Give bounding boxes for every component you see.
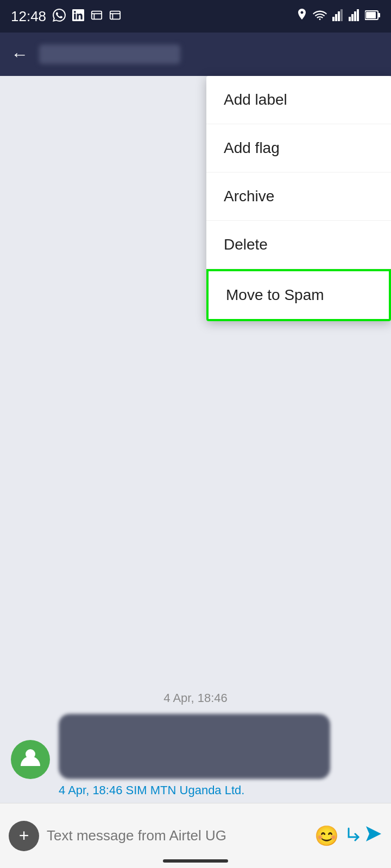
status-right-icons — [297, 9, 380, 24]
message-input[interactable] — [47, 827, 307, 844]
signal2-icon — [349, 9, 360, 24]
svg-rect-8 — [338, 11, 340, 21]
google-news-icon — [91, 9, 103, 24]
status-bar: 12:48 — [0, 0, 391, 33]
plus-icon: + — [19, 826, 29, 846]
header-title — [39, 44, 180, 64]
main-content: Add label Add flag Archive Delete Move t… — [0, 76, 391, 803]
back-button[interactable]: ← — [11, 44, 28, 65]
signal1-icon — [332, 9, 343, 24]
archive-menu-item[interactable]: Archive — [206, 173, 391, 221]
google-news-2-icon — [109, 9, 121, 24]
message-timestamp: 4 Apr, 18:46 — [11, 691, 380, 705]
avatar — [11, 740, 50, 779]
wifi-icon — [313, 10, 327, 23]
message-bubble — [59, 714, 330, 779]
linkedin-icon — [72, 9, 84, 24]
add-label-menu-item[interactable]: Add label — [206, 76, 391, 124]
svg-rect-15 — [378, 13, 380, 17]
delete-menu-item[interactable]: Delete — [206, 221, 391, 269]
svg-rect-9 — [340, 9, 343, 21]
header-bar: ← — [0, 33, 391, 76]
voice-to-text-icon[interactable] — [346, 826, 362, 845]
svg-rect-6 — [332, 17, 335, 21]
message-row — [11, 714, 380, 779]
bottom-bar: + 😊 — [0, 803, 391, 868]
message-meta: 4 Apr, 18:46 SIM MTN Uganda Ltd. — [59, 783, 380, 797]
chat-area: 4 Apr, 18:46 4 Apr, 18:46 SIM MTN Uganda… — [0, 680, 391, 803]
svg-rect-13 — [357, 9, 359, 21]
status-time: 12:48 — [11, 8, 46, 25]
status-left: 12:48 — [11, 8, 121, 25]
svg-rect-16 — [366, 12, 376, 18]
whatsapp-icon — [53, 9, 66, 24]
svg-rect-0 — [92, 11, 102, 19]
add-button[interactable]: + — [9, 821, 39, 851]
battery-icon — [365, 10, 380, 23]
location-icon — [297, 9, 307, 24]
send-button[interactable] — [365, 825, 382, 846]
avatar-icon — [18, 745, 42, 774]
svg-rect-10 — [349, 17, 351, 21]
svg-rect-3 — [110, 11, 120, 19]
svg-rect-11 — [351, 14, 354, 21]
context-menu: Add label Add flag Archive Delete Move t… — [206, 76, 391, 321]
add-flag-menu-item[interactable]: Add flag — [206, 124, 391, 173]
svg-rect-12 — [354, 11, 356, 21]
move-to-spam-menu-item[interactable]: Move to Spam — [206, 269, 391, 321]
svg-rect-7 — [335, 14, 337, 21]
home-indicator — [163, 859, 228, 863]
send-area — [346, 825, 382, 846]
emoji-button[interactable]: 😊 — [314, 825, 339, 847]
